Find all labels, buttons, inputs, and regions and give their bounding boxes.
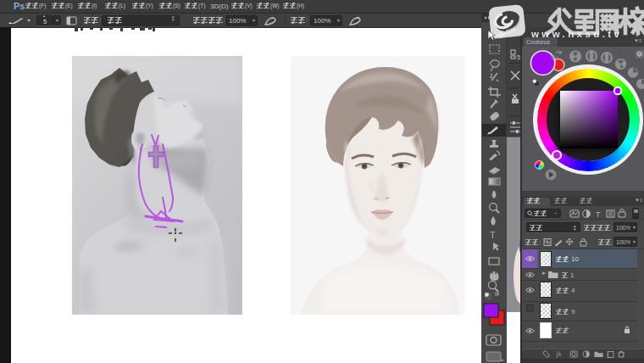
svg-text:T: T: [490, 230, 496, 240]
svg-text:fx: fx: [557, 350, 562, 358]
svg-text:www.hxsd.tv: www.hxsd.tv: [530, 29, 622, 39]
svg-text:»: »: [636, 32, 639, 38]
svg-text:T: T: [596, 209, 601, 218]
